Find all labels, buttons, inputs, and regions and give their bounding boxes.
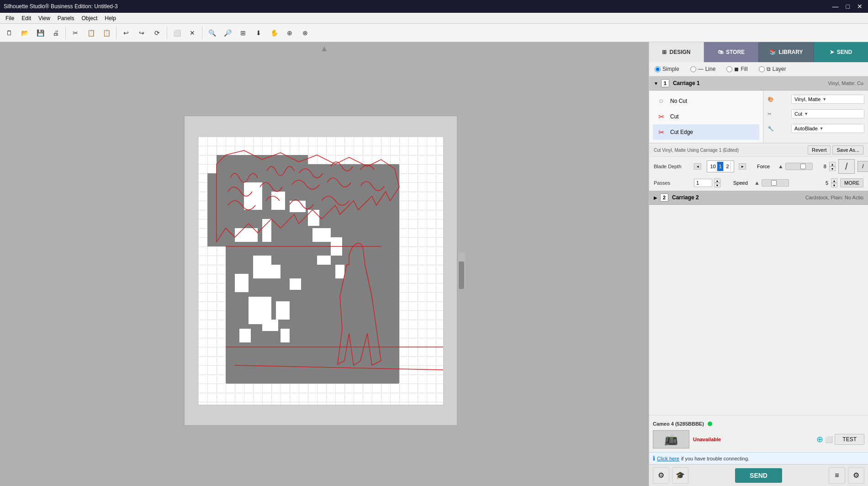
blade-depth-decrement[interactable]: ◂: [694, 163, 701, 170]
scroll-up-arrow[interactable]: ▲: [320, 44, 328, 53]
device-preview: 📠: [653, 430, 689, 449]
subtab-line-radio[interactable]: [690, 66, 696, 72]
svg-rect-16: [262, 320, 278, 331]
open-button[interactable]: 📂: [17, 26, 32, 40]
select-button[interactable]: ⬜: [169, 26, 184, 40]
revert-button[interactable]: Revert: [808, 145, 831, 155]
maximize-button[interactable]: □: [844, 3, 852, 10]
vinyl-matte-select[interactable]: Vinyl, Matte ▼: [791, 95, 864, 104]
zoom-in-button[interactable]: 🔍: [205, 26, 219, 40]
menu-bar: File Edit View Panels Object Help: [0, 13, 868, 24]
speed-spin: ▲ ▼: [831, 178, 837, 187]
redo-button[interactable]: ↪: [134, 26, 149, 40]
add-button[interactable]: ⊕: [282, 26, 297, 40]
blade-small-visual: /: [862, 163, 863, 170]
send-big-button[interactable]: SEND: [735, 468, 782, 483]
svg-rect-17: [281, 329, 290, 342]
passes-increment[interactable]: ▲: [714, 178, 720, 183]
scrollbar-thumb[interactable]: [459, 262, 464, 289]
title-bar: Silhouette Studio® Business Edition: Unt…: [0, 0, 868, 13]
learn-icon-btn[interactable]: 🎓: [672, 467, 688, 484]
subtab-fill[interactable]: ◼ Fill: [725, 65, 749, 73]
move-icon[interactable]: ⊕: [816, 434, 823, 444]
print-button[interactable]: 🖨: [48, 26, 63, 40]
speed-decrement[interactable]: ▼: [831, 183, 837, 187]
connect-link[interactable]: Click here: [657, 456, 679, 461]
blade-cell-1: 1: [717, 162, 724, 171]
passes-input[interactable]: [694, 179, 712, 187]
subtab-simple-radio[interactable]: [655, 66, 661, 72]
repeat-button[interactable]: ⟳: [150, 26, 164, 40]
new-button[interactable]: 🗒: [2, 26, 16, 40]
panel-spacer: [649, 205, 868, 415]
subtab-fill-radio[interactable]: [726, 66, 732, 72]
force-slider-track[interactable]: [785, 163, 813, 170]
gear-icon-btn[interactable]: ⚙: [848, 467, 864, 484]
settings-icon-btn[interactable]: ⚙: [653, 467, 669, 484]
force-increment[interactable]: ▲: [829, 162, 836, 166]
cut-type-icon: ✂: [767, 111, 772, 117]
subtab-simple[interactable]: Simple: [653, 65, 681, 73]
subtab-simple-label: Simple: [662, 66, 679, 72]
blade-small-icon: /: [857, 161, 868, 172]
autoblade-select[interactable]: AutoBlade ▼: [791, 124, 864, 133]
toolbar-sep-3: [167, 27, 167, 39]
fit-button[interactable]: ⊞: [236, 26, 250, 40]
settings-header-buttons: Revert Save As...: [808, 145, 863, 155]
minimize-button[interactable]: —: [831, 3, 841, 10]
cut-option-cut-edge[interactable]: ✂ Cut Edge: [653, 124, 759, 140]
force-slider-icon: ▲: [778, 163, 783, 170]
svg-rect-11: [271, 265, 281, 278]
menu-file[interactable]: File: [2, 14, 18, 22]
footer-right-icons: ≡ ⚙: [829, 467, 864, 484]
tab-design[interactable]: ⊞ DESIGN: [649, 42, 704, 62]
speed-slider-track[interactable]: [762, 179, 789, 187]
carriage2-section: ▶ 2 Carriage 2 Cardstock, Plain: No Acti…: [649, 190, 868, 205]
subtab-line-label: Line: [705, 66, 716, 72]
page-icon[interactable]: ⬜: [825, 436, 833, 443]
more-button[interactable]: MORE: [840, 178, 863, 187]
menu-object[interactable]: Object: [78, 14, 101, 22]
carriage2-title: Carriage 2: [672, 194, 805, 201]
canvas-area[interactable]: ▲: [0, 42, 649, 486]
subtab-layer[interactable]: ⧉ Layer: [757, 65, 788, 73]
speed-increment[interactable]: ▲: [831, 178, 837, 183]
cut-type-select[interactable]: Cut ▼: [791, 109, 864, 118]
passes-decrement[interactable]: ▼: [714, 183, 720, 187]
canvas-scrollbar[interactable]: [458, 252, 465, 289]
tab-send[interactable]: ➤ SEND: [814, 42, 868, 62]
grid-button[interactable]: ⊗: [298, 26, 312, 40]
paste-button[interactable]: 📋: [99, 26, 114, 40]
blade-depth-increment[interactable]: ▸: [739, 163, 746, 170]
delete-button[interactable]: ✕: [185, 26, 200, 40]
pan-button[interactable]: ✋: [267, 26, 281, 40]
save-button[interactable]: 💾: [33, 26, 48, 40]
tab-store[interactable]: 🛍 STORE: [704, 42, 759, 62]
toolbar-sep-1: [65, 27, 66, 39]
copy-button[interactable]: 📋: [84, 26, 98, 40]
test-button[interactable]: TEST: [835, 434, 864, 445]
cut-button[interactable]: ✂: [68, 26, 83, 40]
cut-option-no-cut[interactable]: ○ No Cut: [653, 93, 759, 109]
undo-button[interactable]: ↩: [119, 26, 133, 40]
save-as-button[interactable]: Save As...: [832, 145, 863, 155]
tab-library[interactable]: 📚 LIBRARY: [759, 42, 814, 62]
svg-rect-12: [290, 278, 301, 290]
force-decrement[interactable]: ▼: [829, 166, 836, 171]
carriage1-expand-arrow: ▼: [654, 81, 658, 86]
carriage1-header[interactable]: ▼ 1 Carriage 1 Vinyl, Matte: Cu: [649, 76, 868, 91]
subtab-layer-radio[interactable]: [759, 66, 765, 72]
zoom-out-button[interactable]: 🔎: [220, 26, 235, 40]
menu-panels[interactable]: Panels: [54, 14, 78, 22]
cut-option-cut[interactable]: ✂ Cut: [653, 109, 759, 124]
device-controls-row: 📠 Unavailable ⊕ ⬜ TEST: [653, 430, 864, 449]
subtab-line[interactable]: — Line: [688, 65, 718, 73]
close-button[interactable]: ✕: [855, 3, 864, 10]
list-icon-btn[interactable]: ≡: [829, 467, 845, 484]
send-to-back-button[interactable]: ⬇: [251, 26, 266, 40]
menu-edit[interactable]: Edit: [18, 14, 35, 22]
menu-help[interactable]: Help: [101, 14, 120, 22]
cutting-mat: [184, 115, 458, 426]
menu-view[interactable]: View: [35, 14, 54, 22]
carriage2-header[interactable]: ▶ 2 Carriage 2 Cardstock, Plain: No Acti…: [649, 191, 868, 205]
